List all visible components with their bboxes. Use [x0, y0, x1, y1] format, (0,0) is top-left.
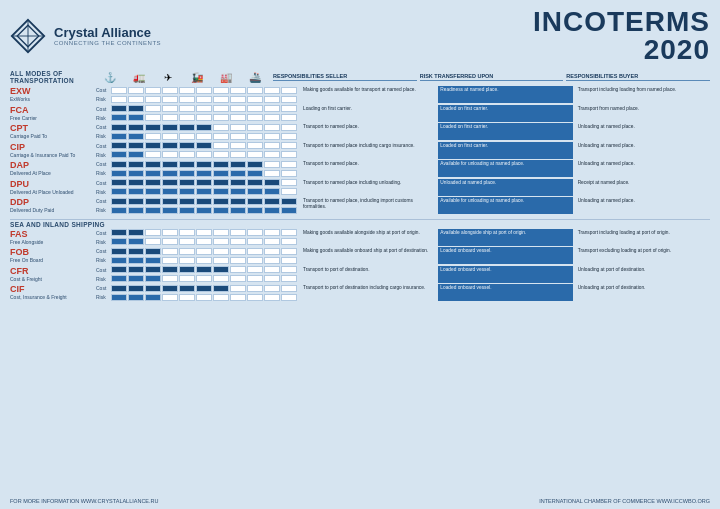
risk-cell-3 — [162, 114, 178, 121]
risk-cell-6 — [213, 170, 229, 177]
risk-cell-8 — [247, 294, 263, 301]
right-info: Loading on first carrier.Loaded on first… — [301, 105, 710, 122]
term-name: Free Alongside — [10, 239, 96, 245]
resp-buyer-cell: Transport including loading from named p… — [576, 86, 710, 103]
term-code: DPU — [10, 180, 96, 189]
bars-col: CostRisk — [96, 160, 297, 177]
cost-cell-10 — [281, 142, 297, 149]
risk-cell-4 — [179, 238, 195, 245]
risk-cell-5 — [196, 257, 212, 264]
risk-cell-0 — [111, 188, 127, 195]
cost-cell-7 — [230, 142, 246, 149]
resp-buyer-cell: Receipt at named place. — [576, 179, 710, 196]
cost-cell-8 — [247, 161, 263, 168]
risk-cell-8 — [247, 207, 263, 214]
ship-icon1: ⚓ — [96, 72, 124, 83]
risk-bar-row: Risk — [96, 188, 297, 196]
cost-label: Cost — [96, 230, 110, 236]
right-info: Transport to named place including unloa… — [301, 179, 710, 196]
resp-buyer-cell: Transport including loading at port of o… — [576, 229, 710, 246]
risk-cell-7 — [230, 257, 246, 264]
risk-cell-3 — [162, 238, 178, 245]
cost-cell-7 — [230, 124, 246, 131]
cost-cell-1 — [128, 285, 144, 292]
risk-cell: Readiness at named place. — [438, 86, 572, 103]
resp-seller-cell: Making goods available for transport at … — [301, 86, 435, 103]
risk-cell-8 — [247, 275, 263, 282]
risk-label: Risk — [96, 170, 110, 176]
cost-cell-6 — [213, 105, 229, 112]
term-id-col: FCAFree Carrier — [10, 105, 96, 122]
risk-cell-4 — [179, 133, 195, 140]
risk-cell-6 — [213, 207, 229, 214]
cost-cell-8 — [247, 285, 263, 292]
risk-label: Risk — [96, 294, 110, 300]
cost-cell-4 — [179, 142, 195, 149]
cost-cell-9 — [264, 229, 280, 236]
cost-cell-5 — [196, 105, 212, 112]
risk-cell-6 — [213, 257, 229, 264]
cost-cell-8 — [247, 266, 263, 273]
cost-bar-row: Cost — [96, 247, 297, 255]
risk-cell-8 — [247, 133, 263, 140]
term-id-col: CPTCarriage Paid To — [10, 123, 96, 140]
risk-cell-6 — [213, 188, 229, 195]
cost-cell-3 — [162, 198, 178, 205]
plane-icon: ✈ — [154, 72, 182, 83]
header: Crystal Alliance CONNECTING THE CONTINEN… — [10, 8, 710, 64]
cost-cell-1 — [128, 198, 144, 205]
risk-cell-5 — [196, 96, 212, 103]
term-id-col: DPUDelivered At Place Unloaded — [10, 179, 96, 196]
risk-cell-4 — [179, 151, 195, 158]
title-area: INCOTERMS 2020 — [533, 8, 710, 64]
risk-cell-3 — [162, 188, 178, 195]
bars-col: CostRisk — [96, 123, 297, 140]
risk-cell-2 — [145, 275, 161, 282]
risk-cell-10 — [281, 96, 297, 103]
term-block: FCAFree CarrierCostRiskLoading on first … — [10, 105, 710, 122]
cost-cell-0 — [111, 124, 127, 131]
term-block: CIFCost, Insurance & FreightCostRiskTran… — [10, 284, 710, 301]
term-id-col: EXWExWorks — [10, 86, 96, 103]
cost-cell-10 — [281, 285, 297, 292]
term-block: CIPCarriage & Insurance Paid ToCostRiskT… — [10, 142, 710, 159]
cost-cell-2 — [145, 161, 161, 168]
cost-label: Cost — [96, 124, 110, 130]
title-line1: INCOTERMS — [533, 8, 710, 36]
risk-label: Risk — [96, 207, 110, 213]
cost-cell-2 — [145, 248, 161, 255]
risk-cell-9 — [264, 238, 280, 245]
risk-cell-9 — [264, 257, 280, 264]
cost-cell-7 — [230, 161, 246, 168]
cost-cell-3 — [162, 229, 178, 236]
cost-cell-7 — [230, 87, 246, 94]
risk-cell-3 — [162, 96, 178, 103]
company-name: Crystal Alliance — [54, 26, 161, 40]
cost-cell-6 — [213, 87, 229, 94]
risk-cell-6 — [213, 275, 229, 282]
cost-cell-1 — [128, 142, 144, 149]
term-code: FCA — [10, 106, 96, 115]
cost-cell-5 — [196, 87, 212, 94]
resp-seller-cell: Transport to named place, including impo… — [301, 197, 435, 214]
risk-cell-2 — [145, 207, 161, 214]
cost-cell-6 — [213, 285, 229, 292]
cost-cell-3 — [162, 266, 178, 273]
risk-cell-0 — [111, 294, 127, 301]
risk-cell-10 — [281, 151, 297, 158]
risk-cell-5 — [196, 170, 212, 177]
term-id-col: DAPDelivered At Place — [10, 160, 96, 177]
term-block: CPTCarriage Paid ToCostRiskTransport to … — [10, 123, 710, 140]
cost-cell-0 — [111, 87, 127, 94]
term-code: CPT — [10, 124, 96, 133]
cost-cell-2 — [145, 142, 161, 149]
cost-cell-2 — [145, 124, 161, 131]
risk-cell: Unloaded at named place. — [438, 179, 572, 196]
cost-cell-6 — [213, 142, 229, 149]
risk-cell-7 — [230, 207, 246, 214]
risk-cell-2 — [145, 238, 161, 245]
cost-cell-6 — [213, 161, 229, 168]
cost-label: Cost — [96, 180, 110, 186]
risk-cell-0 — [111, 238, 127, 245]
bars-col: CostRisk — [96, 197, 297, 214]
